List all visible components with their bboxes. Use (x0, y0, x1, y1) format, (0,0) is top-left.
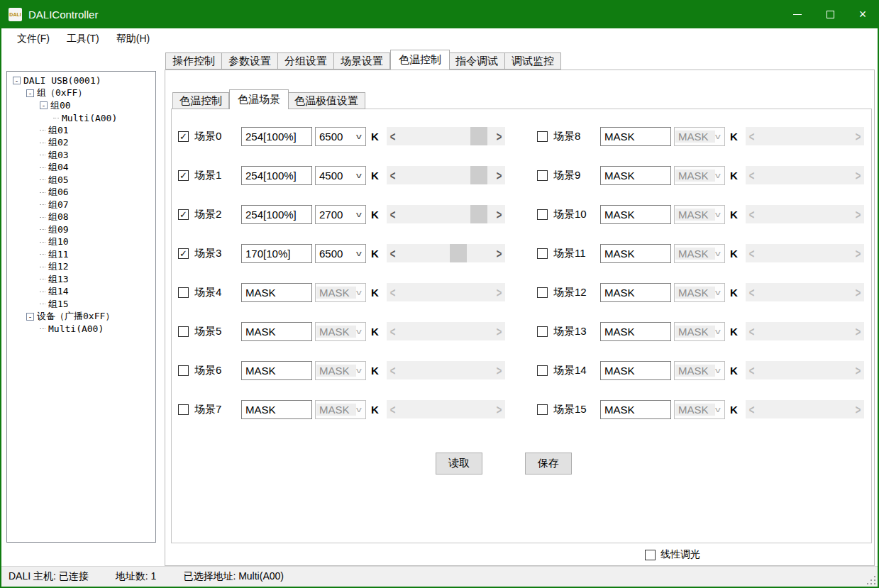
color-temp-scrollbar[interactable]: <> (387, 244, 505, 262)
color-temp-select[interactable]: MASKv (674, 400, 725, 419)
tree-item[interactable]: 组11 (7, 248, 155, 261)
color-temp-select[interactable]: MASKv (674, 205, 725, 224)
tree-item[interactable]: 组14 (7, 286, 155, 299)
scene-checkbox[interactable] (537, 365, 548, 376)
tab-参数设置[interactable]: 参数设置 (222, 52, 278, 70)
scene-checkbox[interactable] (537, 131, 548, 142)
scene-level-input[interactable] (600, 244, 671, 263)
save-button[interactable]: 保存 (525, 453, 572, 475)
color-temp-scrollbar[interactable]: <> (387, 127, 505, 145)
menu-item-文件(F)[interactable]: 文件(F) (9, 29, 58, 49)
tree-item[interactable]: 组15 (7, 298, 155, 311)
tree-expander-icon[interactable]: - (26, 89, 34, 97)
subtab-色温极值设置[interactable]: 色温极值设置 (288, 92, 365, 109)
scene-level-input[interactable] (241, 322, 312, 341)
subtab-色温场景[interactable]: 色温场景 (229, 89, 289, 109)
scrollbar-thumb[interactable] (450, 244, 467, 262)
tree-expander-icon[interactable]: - (13, 77, 21, 84)
close-button[interactable]: × (846, 0, 879, 28)
scene-level-input[interactable] (600, 205, 671, 224)
tree-item[interactable]: 组02 (7, 137, 155, 150)
color-temp-select[interactable]: 6500v (315, 127, 366, 146)
scrollbar-thumb[interactable] (470, 127, 487, 145)
tree-expander-icon[interactable]: - (40, 101, 48, 109)
scroll-left-icon[interactable]: < (387, 246, 399, 261)
tree-item[interactable]: -设备（广播0xFF） (7, 311, 155, 323)
tree-item[interactable]: 组07 (7, 199, 155, 211)
scene-level-input[interactable] (241, 361, 312, 380)
tab-调试监控[interactable]: 调试监控 (505, 52, 561, 70)
scroll-right-icon[interactable]: > (493, 129, 505, 144)
scene-level-input[interactable] (241, 166, 312, 185)
tree-item[interactable]: 组01 (7, 124, 155, 137)
tab-操作控制[interactable]: 操作控制 (165, 52, 222, 70)
tab-分组设置[interactable]: 分组设置 (278, 52, 334, 70)
color-temp-select[interactable]: 2700v (315, 205, 366, 224)
scene-level-input[interactable] (241, 127, 312, 146)
scene-level-input[interactable] (241, 205, 312, 224)
scroll-left-icon[interactable]: < (387, 129, 399, 144)
tab-场景设置[interactable]: 场景设置 (334, 52, 390, 70)
tree-item[interactable]: 组10 (7, 236, 155, 249)
maximize-button[interactable] (814, 0, 846, 28)
tree-item[interactable]: Multi(A00) (7, 323, 155, 335)
scene-level-input[interactable] (600, 166, 671, 185)
tree-item[interactable]: 组05 (7, 174, 155, 187)
scrollbar-thumb[interactable] (470, 166, 487, 184)
minimize-button[interactable] (781, 0, 814, 28)
linear-dimming-checkbox[interactable] (645, 550, 656, 560)
device-tree[interactable]: -DALI USB(0001)-组（0xFF）-组00Multi(A00)组01… (6, 71, 156, 543)
scene-checkbox[interactable] (537, 287, 548, 298)
scene-checkbox[interactable] (537, 209, 548, 220)
color-temp-select[interactable]: MASKv (315, 400, 366, 419)
scrollbar-track[interactable] (399, 127, 493, 145)
scene-checkbox[interactable]: ✓ (178, 209, 189, 220)
scene-checkbox[interactable]: ✓ (178, 248, 189, 259)
scrollbar-track[interactable] (399, 205, 493, 223)
color-temp-select[interactable]: 6500v (315, 244, 366, 263)
tree-item[interactable]: -组00 (7, 99, 155, 112)
scene-level-input[interactable] (600, 283, 671, 302)
subtab-色温控制[interactable]: 色温控制 (172, 92, 229, 109)
tree-item[interactable]: 组12 (7, 261, 155, 274)
tab-色温控制[interactable]: 色温控制 (390, 50, 450, 70)
scene-checkbox[interactable] (178, 287, 189, 298)
color-temp-scrollbar[interactable]: <> (387, 205, 505, 223)
scene-level-input[interactable] (600, 400, 671, 419)
color-temp-select[interactable]: MASKv (315, 283, 366, 302)
tree-item[interactable]: -组（0xFF） (7, 87, 155, 100)
scroll-left-icon[interactable]: < (387, 168, 399, 183)
tree-item[interactable]: 组04 (7, 162, 155, 174)
scroll-right-icon[interactable]: > (493, 246, 505, 261)
scene-checkbox[interactable] (537, 248, 548, 259)
tree-item[interactable]: -DALI USB(0001) (7, 74, 155, 87)
scrollbar-track[interactable] (399, 244, 493, 262)
scene-checkbox[interactable] (537, 170, 548, 181)
resize-grip[interactable] (867, 576, 875, 584)
scrollbar-track[interactable] (399, 166, 493, 184)
color-temp-select[interactable]: MASKv (315, 322, 366, 341)
scene-level-input[interactable] (241, 283, 312, 302)
scene-level-input[interactable] (241, 400, 312, 419)
scroll-right-icon[interactable]: > (493, 207, 505, 222)
scene-checkbox[interactable]: ✓ (178, 131, 189, 142)
scene-checkbox[interactable]: ✓ (178, 170, 189, 181)
color-temp-select[interactable]: MASKv (674, 127, 725, 146)
tree-item[interactable]: 组03 (7, 149, 155, 162)
menu-item-帮助(H)[interactable]: 帮助(H) (108, 29, 158, 49)
tree-item[interactable]: 组13 (7, 273, 155, 286)
tab-指令调试[interactable]: 指令调试 (449, 52, 505, 70)
scene-level-input[interactable] (600, 127, 671, 146)
tree-item[interactable]: 组06 (7, 187, 155, 199)
scrollbar-thumb[interactable] (470, 205, 487, 223)
color-temp-select[interactable]: MASKv (674, 244, 725, 263)
scene-checkbox[interactable] (537, 326, 548, 337)
color-temp-select[interactable]: MASKv (674, 283, 725, 302)
tree-item[interactable]: Multi(A00) (7, 112, 155, 125)
scene-level-input[interactable] (241, 244, 312, 263)
color-temp-select[interactable]: 4500v (315, 166, 366, 185)
scene-level-input[interactable] (600, 361, 671, 380)
scene-checkbox[interactable] (178, 404, 189, 415)
color-temp-select[interactable]: MASKv (315, 361, 366, 380)
color-temp-select[interactable]: MASKv (674, 361, 725, 380)
